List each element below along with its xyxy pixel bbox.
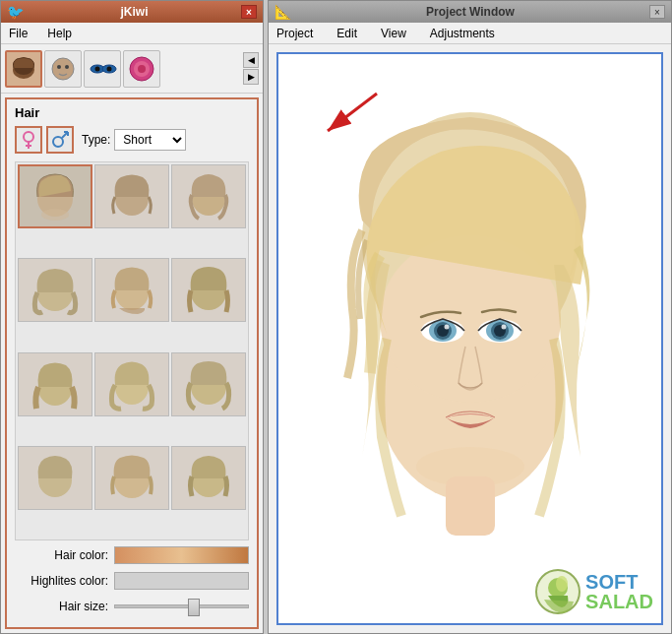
project-close-btn[interactable]: × <box>649 5 665 19</box>
menu-project[interactable]: Project <box>273 26 317 41</box>
toolbar-nav: ◀ ▶ <box>243 52 259 85</box>
watermark-salad: SALAD <box>585 592 653 611</box>
toolbar-face-icon[interactable] <box>44 50 82 88</box>
menu-file[interactable]: File <box>5 26 31 41</box>
slider-track <box>114 604 249 608</box>
properties-area: Hair color: Highlites color: Hair size: <box>15 540 249 621</box>
jkiwi-close-btn[interactable]: × <box>241 5 257 19</box>
svg-point-12 <box>24 132 33 142</box>
hair-color-bar[interactable] <box>114 546 249 564</box>
svg-point-2 <box>52 58 74 80</box>
hair-item-6[interactable] <box>171 258 246 322</box>
jkiwi-title-controls: × <box>241 5 257 19</box>
toolbar-eyes-icon[interactable] <box>84 50 121 88</box>
watermark-logo-icon <box>534 568 581 615</box>
canvas-area: SOFT SALAD <box>276 52 663 625</box>
slider-thumb[interactable] <box>188 599 200 616</box>
svg-point-41 <box>444 325 449 330</box>
jkiwi-window: 🐦 jKiwi × File Help <box>0 0 264 634</box>
svg-point-46 <box>501 325 506 330</box>
female-gender-btn[interactable] <box>15 126 42 154</box>
jkiwi-title: jKiwi <box>120 5 148 19</box>
svg-point-11 <box>138 65 146 73</box>
hair-item-10[interactable] <box>18 446 92 510</box>
svg-point-4 <box>65 65 69 69</box>
jkiwi-toolbar: ◀ ▶ <box>1 44 263 94</box>
hair-color-row: Hair color: <box>15 546 249 564</box>
hair-grid <box>16 162 248 539</box>
hair-item-1[interactable] <box>18 164 92 228</box>
hair-item-8[interactable] <box>94 352 169 416</box>
type-select[interactable]: Short Medium Long Curly Wavy Straight <box>114 129 186 151</box>
menu-edit[interactable]: Edit <box>333 26 361 41</box>
arrow-indicator <box>308 84 387 146</box>
section-title: Hair <box>15 105 249 120</box>
watermark-soft: SOFT <box>585 572 653 592</box>
hair-size-slider[interactable] <box>114 598 249 615</box>
hair-size-row: Hair size: <box>15 598 249 615</box>
project-window: 📐 Project Window × Project Edit View Adj… <box>268 0 672 634</box>
toolbar-makeup-icon[interactable] <box>123 50 160 88</box>
hair-content-area: Hair Type: Short Me <box>5 97 259 629</box>
hair-item-4[interactable] <box>18 258 92 322</box>
highlights-label: Highlites color: <box>15 574 108 588</box>
menu-help[interactable]: Help <box>43 26 76 41</box>
male-gender-btn[interactable] <box>46 126 74 154</box>
svg-rect-48 <box>446 476 495 536</box>
hair-grid-container <box>15 161 249 540</box>
toolbar-hair-icon[interactable] <box>5 50 42 88</box>
hair-item-9[interactable] <box>171 352 246 416</box>
svg-point-15 <box>53 137 63 147</box>
jkiwi-title-bar: 🐦 jKiwi × <box>1 1 263 23</box>
watermark: SOFT SALAD <box>534 568 653 615</box>
hair-item-3[interactable] <box>171 164 246 228</box>
svg-point-51 <box>556 576 568 592</box>
svg-point-3 <box>57 65 61 69</box>
svg-point-8 <box>107 66 112 71</box>
toolbar-prev-btn[interactable]: ◀ <box>243 52 259 68</box>
highlights-color-bar[interactable] <box>114 572 249 590</box>
svg-line-33 <box>328 94 377 131</box>
highlights-row: Highlites color: <box>15 572 249 590</box>
project-menu-bar: Project Edit View Adjustments <box>269 23 671 44</box>
watermark-text: SOFT SALAD <box>585 572 653 611</box>
menu-view[interactable]: View <box>377 26 410 41</box>
hair-color-label: Hair color: <box>15 548 108 562</box>
svg-point-20 <box>41 209 69 221</box>
hair-item-7[interactable] <box>18 352 92 416</box>
hair-size-label: Hair size: <box>15 600 108 613</box>
face-svg <box>333 102 608 575</box>
project-title: Project Window <box>426 5 515 19</box>
hair-item-12[interactable] <box>171 446 246 510</box>
hair-item-11[interactable] <box>94 446 169 510</box>
hair-item-5[interactable] <box>94 258 169 322</box>
type-row: Type: Short Medium Long Curly Wavy Strai… <box>15 126 249 154</box>
svg-point-6 <box>95 66 100 71</box>
project-title-bar: 📐 Project Window × <box>269 1 671 23</box>
jkiwi-menu-bar: File Help <box>1 23 263 44</box>
type-label: Type: <box>82 133 110 147</box>
toolbar-next-btn[interactable]: ▶ <box>243 69 259 85</box>
menu-adjustments[interactable]: Adjustments <box>426 26 499 41</box>
hair-item-2[interactable] <box>94 164 169 228</box>
